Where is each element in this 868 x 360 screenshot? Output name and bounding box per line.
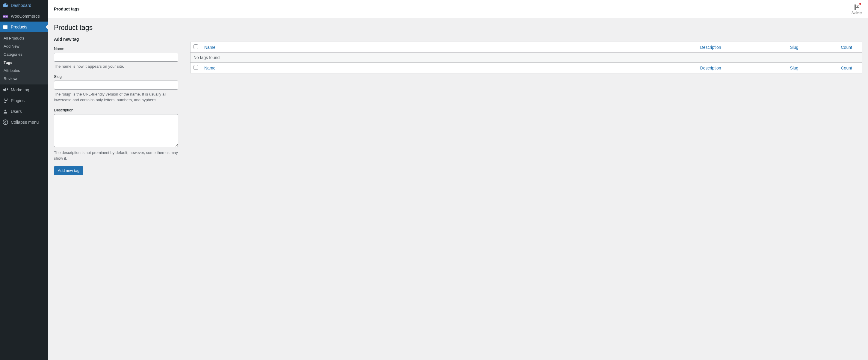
svg-point-4 — [4, 110, 6, 112]
column-header-count[interactable]: Count — [841, 45, 852, 50]
slug-help: The “slug” is the URL-friendly version o… — [54, 91, 178, 103]
notification-dot-icon — [859, 3, 861, 5]
sidebar-label: Plugins — [11, 98, 25, 103]
select-all-checkbox-top[interactable] — [193, 44, 198, 49]
tags-table-wrapper: Name Description Slug Count No tags foun… — [190, 37, 862, 73]
sidebar-item-products[interactable]: Products — [0, 22, 48, 32]
collapse-label: Collapse menu — [11, 120, 39, 125]
activity-icon — [853, 4, 861, 11]
add-new-tag-button[interactable]: Add new tag — [54, 166, 83, 175]
sidebar-item-plugins[interactable]: Plugins — [0, 95, 48, 106]
sidebar-item-users[interactable]: Users — [0, 106, 48, 117]
sidebar-item-marketing[interactable]: Marketing — [0, 85, 48, 95]
main-area: Product tags Activity Product tags Add n… — [48, 0, 868, 360]
slug-label: Slug — [54, 74, 178, 79]
submenu-item-all-products[interactable]: All Products — [0, 34, 48, 42]
submenu-item-attributes[interactable]: Attributes — [0, 66, 48, 74]
page-title: Product tags — [54, 21, 862, 33]
svg-point-5 — [3, 120, 8, 125]
column-footer-name[interactable]: Name — [204, 66, 215, 70]
form-heading: Add new tag — [54, 37, 178, 42]
svg-rect-3 — [3, 25, 7, 26]
name-label: Name — [54, 47, 178, 51]
sidebar-label: Dashboard — [11, 3, 31, 8]
column-header-name[interactable]: Name — [204, 45, 215, 50]
topbar-title: Product tags — [54, 7, 80, 11]
description-label: Description — [54, 108, 178, 112]
column-header-description[interactable]: Description — [700, 45, 721, 50]
sidebar-label: Products — [11, 25, 27, 29]
submenu-item-reviews[interactable]: Reviews — [0, 74, 48, 83]
submenu-item-categories[interactable]: Categories — [0, 50, 48, 58]
submenu-item-add-new[interactable]: Add New — [0, 42, 48, 50]
users-icon — [2, 109, 8, 114]
plugins-icon — [2, 98, 8, 103]
activity-label: Activity — [851, 11, 862, 14]
slug-input[interactable] — [54, 81, 178, 90]
description-help: The description is not prominent by defa… — [54, 150, 178, 161]
svg-rect-2 — [3, 26, 7, 29]
column-header-slug[interactable]: Slug — [790, 45, 799, 50]
marketing-icon — [2, 87, 8, 93]
name-help: The name is how it appears on your site. — [54, 63, 178, 69]
dashboard-icon — [2, 2, 8, 8]
sidebar-label: Users — [11, 109, 22, 114]
collapse-menu-button[interactable]: Collapse menu — [0, 117, 48, 128]
content: Product tags Add new tag Name The name i… — [48, 18, 868, 187]
sidebar-label: Marketing — [11, 87, 29, 92]
tags-table: Name Description Slug Count No tags foun… — [190, 42, 862, 73]
empty-state: No tags found — [190, 53, 862, 63]
column-footer-description[interactable]: Description — [700, 66, 721, 70]
sidebar-item-woocommerce[interactable]: woo WooCommerce — [0, 11, 48, 22]
submenu-item-tags[interactable]: Tags — [0, 58, 48, 66]
column-footer-count[interactable]: Count — [841, 66, 852, 70]
sidebar-label: WooCommerce — [11, 14, 40, 19]
products-icon — [2, 24, 8, 30]
activity-button[interactable]: Activity — [851, 4, 862, 14]
description-textarea[interactable] — [54, 114, 178, 147]
products-submenu: All Products Add New Categories Tags Att… — [0, 32, 48, 85]
sidebar-item-dashboard[interactable]: Dashboard — [0, 0, 48, 11]
column-footer-slug[interactable]: Slug — [790, 66, 799, 70]
svg-rect-6 — [855, 5, 856, 9]
select-all-checkbox-bottom[interactable] — [193, 65, 198, 70]
svg-text:woo: woo — [3, 15, 7, 18]
collapse-icon — [2, 119, 8, 125]
name-input[interactable] — [54, 53, 178, 62]
woo-icon: woo — [2, 13, 8, 19]
admin-sidebar: Dashboard woo WooCommerce Products All P… — [0, 0, 48, 360]
add-tag-form: Add new tag Name The name is how it appe… — [54, 37, 178, 175]
topbar: Product tags Activity — [48, 0, 868, 18]
